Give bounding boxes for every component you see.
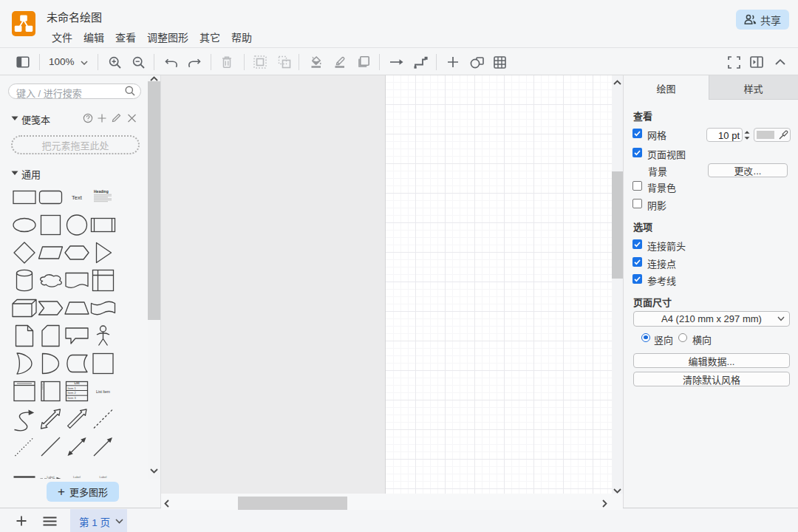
svg-text:Label: Label xyxy=(73,475,81,479)
svg-text:Item 1: Item 1 xyxy=(68,386,77,390)
svg-text:List: List xyxy=(74,381,80,385)
svg-text:Heading: Heading xyxy=(94,189,109,194)
svg-text:Item 3: Item 3 xyxy=(68,396,77,400)
svg-text:Label: Label xyxy=(100,475,107,479)
svg-text:Text: Text xyxy=(72,194,83,201)
svg-text:Label: Label xyxy=(47,475,55,479)
svg-text:List Item: List Item xyxy=(96,389,110,394)
svg-text:Item 2: Item 2 xyxy=(68,391,77,395)
